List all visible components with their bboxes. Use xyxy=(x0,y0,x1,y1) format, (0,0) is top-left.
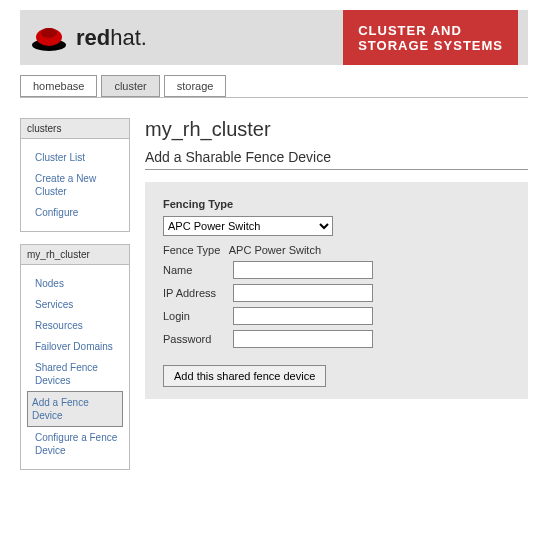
ip-label: IP Address xyxy=(163,287,233,299)
logo-banner: redhat. CLUSTER AND STORAGE SYSTEMS xyxy=(20,10,528,65)
sidebar-config-fence[interactable]: Configure a Fence Device xyxy=(35,427,123,461)
clusters-panel: clusters Cluster List Create a New Clust… xyxy=(20,118,130,232)
redhat-logo: redhat. xyxy=(30,23,147,53)
sidebar-failover[interactable]: Failover Domains xyxy=(35,336,123,357)
banner-title: CLUSTER AND STORAGE SYSTEMS xyxy=(343,10,518,65)
sidebar-resources[interactable]: Resources xyxy=(35,315,123,336)
fencing-type-label: Fencing Type xyxy=(157,194,516,216)
mycluster-header: my_rh_cluster xyxy=(21,245,129,265)
password-input[interactable] xyxy=(233,330,373,348)
fence-form: Fencing Type APC Power Switch Fence Type… xyxy=(145,182,528,399)
login-input[interactable] xyxy=(233,307,373,325)
redhat-icon xyxy=(30,23,68,53)
fence-type-value: APC Power Switch xyxy=(229,244,321,256)
sidebar-nodes[interactable]: Nodes xyxy=(35,273,123,294)
name-input[interactable] xyxy=(233,261,373,279)
page-title: my_rh_cluster xyxy=(145,118,528,141)
password-label: Password xyxy=(163,333,233,345)
login-label: Login xyxy=(163,310,233,322)
sidebar-shared-fence[interactable]: Shared Fence Devices xyxy=(35,357,123,391)
brand-text: redhat. xyxy=(76,25,147,51)
fence-type-label: Fence Type xyxy=(163,244,220,256)
ip-input[interactable] xyxy=(233,284,373,302)
sidebar-create-cluster[interactable]: Create a New Cluster xyxy=(35,168,123,202)
sidebar-add-fence[interactable]: Add a Fence Device xyxy=(27,391,123,427)
clusters-header: clusters xyxy=(21,119,129,139)
add-fence-button[interactable]: Add this shared fence device xyxy=(163,365,326,387)
tab-storage[interactable]: storage xyxy=(164,75,227,97)
sidebar-configure[interactable]: Configure xyxy=(35,202,123,223)
fencing-type-select[interactable]: APC Power Switch xyxy=(163,216,333,236)
name-label: Name xyxy=(163,264,233,276)
tab-cluster[interactable]: cluster xyxy=(101,75,159,97)
sidebar-cluster-list[interactable]: Cluster List xyxy=(35,147,123,168)
tab-homebase[interactable]: homebase xyxy=(20,75,97,97)
page-subtitle: Add a Sharable Fence Device xyxy=(145,149,528,170)
mycluster-panel: my_rh_cluster Nodes Services Resources F… xyxy=(20,244,130,470)
sidebar-services[interactable]: Services xyxy=(35,294,123,315)
top-tabs: homebase cluster storage xyxy=(20,75,528,97)
svg-point-2 xyxy=(41,28,57,38)
